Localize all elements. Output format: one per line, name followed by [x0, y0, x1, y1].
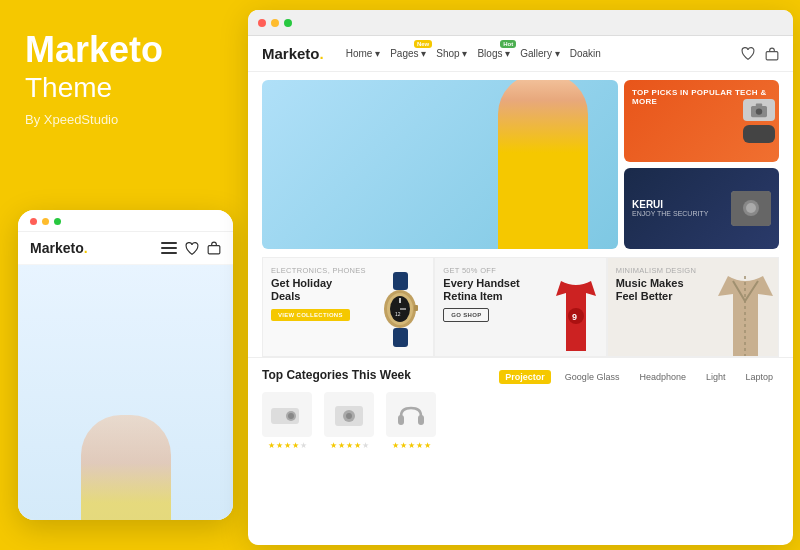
- mobile-nav: Marketo.: [18, 232, 233, 265]
- star: ★: [276, 441, 283, 450]
- star: ★: [346, 441, 353, 450]
- product-label-2: Get 50% Off: [443, 266, 597, 275]
- mobile-icons: [161, 241, 221, 255]
- cat-tab-projector[interactable]: Projector: [499, 370, 551, 384]
- jacket-image: [713, 276, 778, 356]
- star: ★: [392, 441, 399, 450]
- nav-right: [741, 47, 779, 61]
- brand-by: By XpeedStudio: [25, 112, 225, 127]
- hero-right-cards: TOP PICKS IN POPULAR TECH & MORE KER: [624, 80, 779, 249]
- svg-rect-7: [756, 103, 762, 106]
- mobile-dot-red: [30, 218, 37, 225]
- svg-text:9: 9: [572, 312, 577, 322]
- star: ★: [292, 441, 299, 450]
- nav-badge-hot: Hot: [500, 40, 516, 48]
- cat-tab-laptop[interactable]: Laptop: [739, 370, 779, 384]
- hamburger-icon: [161, 242, 177, 254]
- drone-shape: [743, 125, 775, 143]
- svg-rect-29: [398, 415, 404, 425]
- nav-items: Home ▾ Pages ▾ New Shop ▾ Blogs ▾ Hot Ga…: [346, 48, 727, 59]
- site-logo: Marketo.: [262, 45, 324, 62]
- bag-icon: [207, 241, 221, 255]
- svg-rect-1: [161, 247, 177, 249]
- category-item: ★ ★ ★ ★ ★: [324, 392, 374, 450]
- nav-badge-new: New: [414, 40, 432, 48]
- star: ★: [330, 441, 337, 450]
- bottom-header: Top Categories This Week Projector Googl…: [262, 366, 779, 384]
- nav-item-gallery[interactable]: Gallery ▾: [520, 48, 559, 59]
- star: ★: [400, 441, 407, 450]
- svg-point-6: [756, 108, 762, 114]
- hero-section: TOP PICKS IN POPULAR TECH & MORE KER: [248, 72, 793, 257]
- category-thumb: [324, 392, 374, 437]
- kerui-text-group: KERUI ENJOY THE SECURITY: [632, 199, 708, 217]
- cat-tab-google-glass[interactable]: Google Glass: [559, 370, 626, 384]
- category-items: ★ ★ ★ ★ ★ ★ ★ ★: [262, 392, 779, 450]
- product-card-retina: Get 50% Off Every HandsetRetina Item GO …: [434, 257, 606, 357]
- cat-tab-light[interactable]: Light: [700, 370, 732, 384]
- camera-shape: [743, 99, 775, 121]
- nav-item-pages[interactable]: Pages ▾ New: [390, 48, 426, 59]
- jersey-image: 9: [551, 281, 601, 351]
- svg-rect-11: [393, 272, 408, 290]
- star: ★: [284, 441, 291, 450]
- headphone-icon: [393, 400, 429, 430]
- categories-title: Top Categories This Week: [262, 368, 411, 382]
- svg-rect-3: [208, 246, 220, 254]
- mobile-dot-yellow: [42, 218, 49, 225]
- left-panel: Marketo Theme By XpeedStudio Marketo.: [0, 0, 250, 550]
- star: ★: [424, 441, 431, 450]
- product-btn-2[interactable]: GO SHOP: [443, 308, 489, 322]
- product-btn-1[interactable]: VIEW COLLECTIONS: [271, 309, 350, 321]
- bottom-section: Top Categories This Week Projector Googl…: [248, 357, 793, 454]
- svg-rect-4: [766, 51, 778, 59]
- chrome-dot-red: [258, 19, 266, 27]
- mobile-mockup: Marketo.: [18, 210, 233, 520]
- site-nav: Marketo. Home ▾ Pages ▾ New Shop ▾ Blogs…: [248, 36, 793, 72]
- star: ★: [354, 441, 361, 450]
- category-thumb: [262, 392, 312, 437]
- hero-security-card: KERUI ENJOY THE SECURITY: [624, 168, 779, 250]
- chrome-dot-yellow: [271, 19, 279, 27]
- category-item: ★ ★ ★ ★ ★: [262, 392, 312, 450]
- camera2-icon: [331, 400, 367, 430]
- wishlist-icon[interactable]: [741, 47, 755, 60]
- brand-title: Marketo: [25, 30, 225, 70]
- nav-item-shop[interactable]: Shop ▾: [436, 48, 467, 59]
- svg-rect-30: [418, 415, 424, 425]
- hero-tech-card: TOP PICKS IN POPULAR TECH & MORE: [624, 80, 779, 162]
- products-row: Electronics, Phones Get HolidayDeals VIE…: [248, 257, 793, 357]
- svg-point-25: [288, 413, 294, 419]
- watch-image: 12: [373, 272, 428, 351]
- star-row: ★ ★ ★ ★ ★: [330, 441, 369, 450]
- brand-subtitle: Theme: [25, 72, 225, 104]
- nav-item-home[interactable]: Home ▾: [346, 48, 380, 59]
- mobile-logo: Marketo.: [30, 240, 88, 256]
- svg-point-28: [346, 413, 352, 419]
- projector-icon: [269, 400, 305, 430]
- category-thumb: [386, 392, 436, 437]
- mobile-hero-woman: [81, 415, 171, 520]
- jersey-svg: 9: [551, 281, 601, 351]
- heart-icon: [185, 242, 199, 255]
- star-row: ★ ★ ★ ★ ★: [268, 441, 307, 450]
- chrome-dot-green: [284, 19, 292, 27]
- category-item: ★ ★ ★ ★ ★: [386, 392, 436, 450]
- jacket-svg: [713, 276, 778, 356]
- nav-item-blogs[interactable]: Blogs ▾ Hot: [477, 48, 510, 59]
- mobile-top-bar: [18, 210, 233, 232]
- categories-tabs: Projector Google Glass Headphone Light L…: [499, 370, 779, 384]
- gadget-group: [743, 99, 775, 143]
- star: ★: [338, 441, 345, 450]
- camera-icon: [749, 102, 769, 118]
- svg-rect-19: [393, 328, 408, 347]
- watch-svg: 12: [373, 272, 428, 347]
- star-row: ★ ★ ★ ★ ★: [392, 441, 431, 450]
- cart-icon[interactable]: [765, 47, 779, 61]
- cat-tab-headphone[interactable]: Headphone: [633, 370, 692, 384]
- mobile-hero-image: [18, 265, 233, 520]
- nav-item-doakin[interactable]: Doakin: [570, 48, 601, 59]
- product-card-holiday: Electronics, Phones Get HolidayDeals VIE…: [262, 257, 434, 357]
- security-device: [731, 191, 771, 226]
- star-empty: ★: [362, 441, 369, 450]
